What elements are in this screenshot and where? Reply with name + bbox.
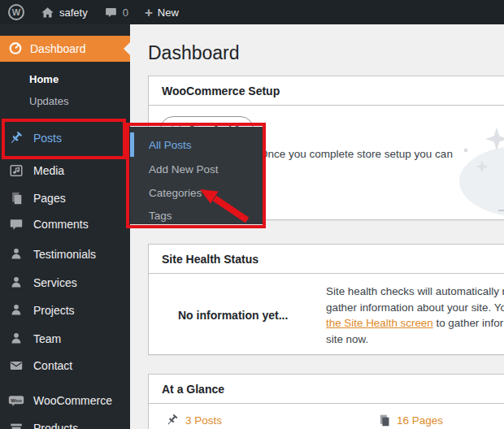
- person-icon: [8, 246, 24, 262]
- glance-posts-count: 3 Posts: [185, 414, 222, 427]
- pushpin-icon: [8, 130, 24, 146]
- new-label: New: [158, 6, 179, 19]
- site-health-panel: Site Health Status No information yet...…: [148, 244, 504, 355]
- current-submenu-indicator: [130, 132, 134, 157]
- sidebar-item-label: Testimonials: [33, 248, 96, 261]
- comment-count: 0: [123, 6, 128, 19]
- description-line: Site health checks will automatically ru: [326, 284, 504, 300]
- flyout-item-categories[interactable]: Categories: [149, 185, 202, 200]
- media-icon: [8, 162, 24, 179]
- glance-posts-link[interactable]: 3 Posts: [166, 414, 222, 427]
- flyout-item-all-posts[interactable]: All Posts: [149, 137, 192, 152]
- sidebar-item-products[interactable]: Products: [0, 414, 130, 429]
- sidebar-item-contact[interactable]: Contact: [0, 352, 130, 379]
- sidebar-item-label: Posts: [33, 132, 62, 145]
- sidebar-item-label: Services: [33, 276, 77, 289]
- panel-title: WooCommerce Setup: [149, 76, 504, 106]
- person-icon: [8, 331, 24, 347]
- sidebar-item-label: Products: [33, 422, 78, 429]
- store-setup-illustration: [451, 126, 504, 217]
- site-health-body: No information yet... Site health checks…: [149, 274, 504, 354]
- person-icon: [8, 275, 24, 291]
- glance-pages-link[interactable]: 16 Pages: [377, 414, 443, 427]
- wordpress-admin-screen: W safety 0 + New Dashboard: [0, 0, 504, 429]
- flyout-item-label: All Posts: [149, 139, 192, 151]
- description-line: the Site Health screen to gather infor: [326, 315, 504, 332]
- sidebar-item-projects[interactable]: Projects: [0, 297, 130, 324]
- comment-icon: [8, 216, 24, 232]
- subitem-label: Home: [29, 73, 59, 85]
- flyout-item-label: Add New Post: [149, 163, 219, 176]
- sidebar-item-team[interactable]: Team: [0, 325, 130, 353]
- sidebar-item-woocommerce[interactable]: Woo WooCommerce: [0, 387, 130, 414]
- description-line: site now.: [326, 332, 504, 348]
- pages-icon: [8, 190, 24, 206]
- site-link[interactable]: safety: [33, 0, 96, 24]
- sidebar-item-dashboard[interactable]: Dashboard: [0, 36, 130, 62]
- home-icon: [41, 6, 54, 20]
- sidebar-item-label: Projects: [33, 304, 75, 317]
- sidebar-item-services[interactable]: Services: [0, 269, 130, 297]
- sidebar-item-label: WooCommerce: [33, 394, 112, 407]
- svg-text:Woo: Woo: [11, 397, 22, 403]
- sidebar-item-label: Dashboard: [30, 42, 86, 55]
- panel-title: Site Health Status: [149, 245, 504, 274]
- admin-sidebar: Dashboard Home Updates Posts Media Pages: [0, 24, 130, 429]
- main-content: Dashboard WooCommerce Setup Step 3 of 6 …: [130, 24, 504, 429]
- new-content-button[interactable]: + New: [137, 0, 187, 24]
- at-a-glance-panel: At a Glance 3 Posts 16 Pages: [148, 374, 504, 429]
- pages-icon: [377, 414, 391, 427]
- site-name: safety: [59, 6, 88, 19]
- site-health-screen-link[interactable]: the Site Health screen: [326, 317, 433, 329]
- sidebar-item-label: Comments: [33, 218, 89, 231]
- sidebar-subitem-updates[interactable]: Updates: [0, 92, 130, 110]
- subitem-label: Updates: [29, 95, 68, 107]
- sidebar-item-comments[interactable]: Comments: [0, 210, 130, 238]
- flyout-item-tags[interactable]: Tags: [149, 208, 172, 223]
- site-health-description: Site health checks will automatically ru…: [326, 284, 504, 347]
- comment-bubble-icon: [104, 6, 118, 20]
- pushpin-icon: [166, 414, 180, 427]
- panel-title: At a Glance: [149, 375, 504, 404]
- sidebar-item-posts[interactable]: Posts: [0, 124, 130, 152]
- sidebar-item-label: Media: [33, 164, 64, 177]
- plus-icon: +: [145, 6, 153, 20]
- wordpress-menu-button[interactable]: W: [0, 0, 33, 24]
- current-item-notch: [124, 42, 130, 55]
- products-icon: [8, 420, 24, 429]
- wordpress-logo-icon: W: [8, 4, 24, 20]
- sidebar-item-testimonials[interactable]: Testimonials: [0, 240, 130, 268]
- site-health-status-badge: No information yet...: [178, 309, 288, 322]
- flyout-item-label: Tags: [149, 210, 172, 222]
- sidebar-item-label: Contact: [33, 359, 72, 372]
- page-title: Dashboard: [148, 42, 240, 64]
- at-a-glance-body: 3 Posts 16 Pages: [149, 404, 504, 429]
- comments-menu-button[interactable]: 0: [96, 0, 137, 24]
- description-line: gather information about your site. You: [326, 300, 504, 316]
- flyout-item-label: Categories: [149, 187, 202, 199]
- sidebar-item-label: Pages: [33, 192, 66, 205]
- posts-flyout-menu: All Posts Add New Post Categories Tags: [130, 127, 263, 224]
- admin-top-bar: W safety 0 + New: [0, 0, 504, 24]
- envelope-icon: [8, 358, 24, 374]
- sidebar-item-pages[interactable]: Pages: [0, 184, 130, 212]
- sidebar-item-media[interactable]: Media: [0, 157, 130, 184]
- sidebar-subitem-home[interactable]: Home: [0, 70, 130, 88]
- dashboard-gauge-icon: [8, 41, 23, 58]
- flyout-item-add-new-post[interactable]: Add New Post: [149, 162, 219, 176]
- woocommerce-badge-icon: Woo: [8, 392, 24, 409]
- description-line-rest: to gather infor: [433, 317, 503, 329]
- setup-description: Once you complete store setup you can: [259, 148, 453, 160]
- glance-pages-count: 16 Pages: [397, 414, 443, 427]
- person-icon: [8, 302, 24, 318]
- sidebar-item-label: Team: [33, 332, 61, 345]
